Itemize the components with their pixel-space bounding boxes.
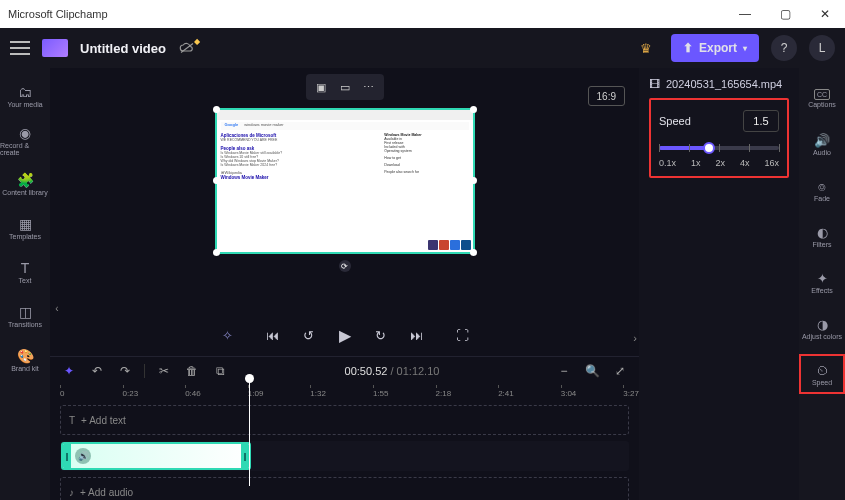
clip-trim-left[interactable]: ‖ (63, 444, 71, 468)
chevron-down-icon: ▾ (743, 44, 747, 53)
resize-handle[interactable] (470, 177, 477, 184)
clip-filename: 🎞 20240531_165654.mp4 (649, 78, 789, 90)
clip-audio-icon: 🔊 (75, 448, 91, 464)
audio-icon: 🔊 (814, 133, 830, 148)
transitions-icon: ◫ (19, 304, 32, 320)
effects-icon: ✦ (817, 271, 828, 286)
duplicate-icon[interactable]: ⧉ (211, 362, 229, 380)
text-icon: T (21, 260, 30, 276)
video-preview[interactable]: ⟳ Googlewindows movie maker Aplicaciones… (215, 108, 475, 254)
captions-icon: CC (814, 89, 830, 100)
upload-icon: ⬆ (683, 41, 693, 55)
film-icon: 🎞 (649, 78, 660, 90)
speed-slider[interactable] (659, 146, 779, 150)
rn-effects[interactable]: ✦Effects (799, 262, 845, 302)
rn-captions[interactable]: CCCaptions (799, 78, 845, 118)
speed-value-input[interactable]: 1.5 (743, 110, 779, 132)
avatar[interactable]: L (809, 35, 835, 61)
brand-icon: 🎨 (17, 348, 34, 364)
export-label: Export (699, 41, 737, 55)
menu-icon[interactable] (10, 41, 30, 55)
fit-icon[interactable]: ▭ (336, 78, 354, 96)
text-track[interactable]: T + Add text (60, 405, 629, 435)
play-button[interactable]: ▶ (336, 326, 354, 344)
zoom-out-icon[interactable]: − (555, 362, 573, 380)
text-track-icon: T (69, 415, 75, 426)
filters-icon: ◐ (817, 225, 828, 240)
resize-handle[interactable] (470, 106, 477, 113)
ai-enhance-icon[interactable]: ✧ (218, 326, 236, 344)
aspect-ratio-button[interactable]: 16:9 (588, 86, 625, 106)
timeline-panel: ✦ ↶ ↷ ✂ 🗑 ⧉ 00:50.52 / 01:12.10 − 🔍 ⤢ 00… (50, 356, 639, 500)
window-close[interactable]: ✕ (805, 0, 845, 28)
preview-frame-content: Googlewindows movie maker Aplicaciones d… (217, 110, 473, 252)
skip-end-icon[interactable]: ⏭ (408, 326, 426, 344)
delete-icon[interactable]: 🗑 (183, 362, 201, 380)
sync-status-icon[interactable]: ◆ (178, 41, 196, 55)
playhead[interactable] (249, 380, 250, 486)
sidebar-record[interactable]: ◉Record & create (0, 120, 50, 160)
speed-panel: Speed 1.5 0.1x 1x 2x 4x 16x (649, 98, 789, 178)
help-button[interactable]: ? (771, 35, 797, 61)
split-icon[interactable]: ✂ (155, 362, 173, 380)
sidebar-templates[interactable]: ▦Templates (0, 208, 50, 248)
more-icon[interactable]: ⋯ (360, 78, 378, 96)
resize-handle[interactable] (470, 249, 477, 256)
fade-icon: ⌾ (818, 179, 826, 194)
timecode: 00:50.52 / 01:12.10 (345, 365, 440, 377)
right-sidebar: CCCaptions 🔊Audio ⌾Fade ◐Filters ✦Effect… (799, 68, 845, 500)
add-icon[interactable]: ✦ (60, 362, 78, 380)
transport-controls: ✧ ⏮ ↺ ▶ ↻ ⏭ ⛶ (50, 320, 639, 350)
preview-stage: ▣ ▭ ⋯ 16:9 ⟳ Googlewindows movie maker A… (50, 74, 639, 314)
timeline-toolbar: ✦ ↶ ↷ ✂ 🗑 ⧉ 00:50.52 / 01:12.10 − 🔍 ⤢ (50, 357, 639, 385)
app-title: Microsoft Clipchamp (8, 8, 108, 20)
resize-handle[interactable] (213, 249, 220, 256)
sidebar-transitions[interactable]: ◫Transitions (0, 296, 50, 336)
window-maximize[interactable]: ▢ (765, 0, 805, 28)
audio-track[interactable]: ♪ + Add audio (60, 477, 629, 500)
redo-icon[interactable]: ↷ (116, 362, 134, 380)
crop-icon[interactable]: ▣ (312, 78, 330, 96)
clip-trim-right[interactable]: ‖ (241, 444, 249, 468)
skip-start-icon[interactable]: ⏮ (264, 326, 282, 344)
undo-icon[interactable]: ↶ (88, 362, 106, 380)
window-titlebar: Microsoft Clipchamp — ▢ ✕ (0, 0, 845, 28)
video-clip[interactable]: ‖ ‖ 🔊 (61, 442, 251, 470)
timeline-ruler[interactable]: 00:230:461:091:321:552:182:413:043:27 (60, 385, 629, 405)
audio-track-icon: ♪ (69, 487, 74, 498)
window-minimize[interactable]: — (725, 0, 765, 28)
rotate-handle[interactable]: ⟳ (339, 260, 351, 272)
resize-handle[interactable] (213, 177, 220, 184)
video-track[interactable]: ‖ ‖ 🔊 (60, 441, 629, 471)
properties-panel: 🎞 20240531_165654.mp4 Speed 1.5 0.1x 1x … (639, 68, 799, 500)
templates-icon: ▦ (19, 216, 32, 232)
slider-knob[interactable] (703, 142, 715, 154)
editor-center: ‹ › ▣ ▭ ⋯ 16:9 ⟳ Googlewindows movie mak… (50, 68, 639, 500)
sidebar-content-library[interactable]: 🧩Content library (0, 164, 50, 204)
sidebar-brand-kit[interactable]: 🎨Brand kit (0, 340, 50, 380)
project-title[interactable]: Untitled video (80, 41, 166, 56)
library-icon: 🧩 (17, 172, 34, 188)
resize-handle[interactable] (213, 106, 220, 113)
rn-filters[interactable]: ◐Filters (799, 216, 845, 256)
sidebar-your-media[interactable]: 🗂Your media (0, 76, 50, 116)
sidebar-text[interactable]: TText (0, 252, 50, 292)
zoom-in-icon[interactable]: 🔍 (583, 362, 601, 380)
rewind-icon[interactable]: ↺ (300, 326, 318, 344)
left-sidebar: 🗂Your media ◉Record & create 🧩Content li… (0, 68, 50, 500)
rn-fade[interactable]: ⌾Fade (799, 170, 845, 210)
upgrade-icon[interactable]: ♛ (633, 35, 659, 61)
project-icon (42, 39, 68, 57)
rn-adjust-colors[interactable]: ◑Adjust colors (799, 308, 845, 348)
rn-speed[interactable]: ⏲Speed (799, 354, 845, 394)
rn-audio[interactable]: 🔊Audio (799, 124, 845, 164)
media-icon: 🗂 (18, 84, 32, 100)
speed-tick-labels: 0.1x 1x 2x 4x 16x (659, 158, 779, 168)
audio-track-placeholder: + Add audio (80, 487, 133, 498)
record-icon: ◉ (19, 125, 31, 141)
export-button[interactable]: ⬆ Export ▾ (671, 34, 759, 62)
zoom-fit-icon[interactable]: ⤢ (611, 362, 629, 380)
forward-icon[interactable]: ↻ (372, 326, 390, 344)
fullscreen-icon[interactable]: ⛶ (453, 326, 471, 344)
speed-label: Speed (659, 115, 691, 127)
